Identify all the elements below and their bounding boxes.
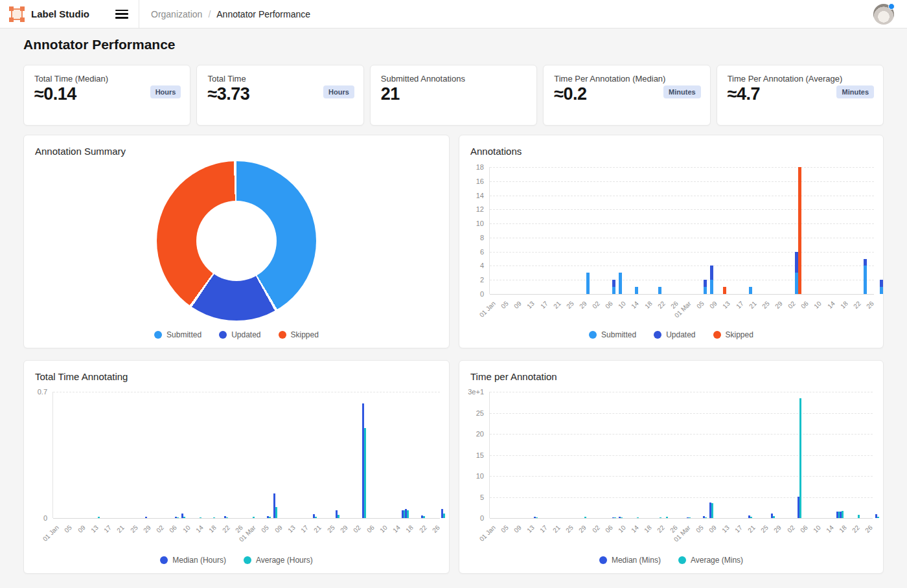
bar-average[interactable] [705,517,707,518]
bar-average[interactable] [637,517,639,518]
legend-item-median-hours-[interactable]: Median (Hours) [160,556,226,565]
x-axis-label: 17 [102,524,113,534]
donut-chart[interactable] [157,161,316,321]
x-axis-label: 25 [761,300,771,310]
x-axis-label: 05 [499,300,510,310]
kpi-label: Time Per Annotation (Average) [728,74,873,84]
menu-button[interactable] [115,10,128,19]
y-axis-label: 3e+1 [462,388,484,396]
x-axis-label: 13 [525,524,536,534]
bar-skipped[interactable] [723,287,726,294]
kpi-card: Total Time≈3.73Hours [196,65,363,126]
bar-submitted[interactable] [635,287,638,294]
bar-submitted[interactable] [619,273,622,294]
x-axis-label: 05 [695,524,705,534]
kpi-label: Total Time (Median) [34,74,179,84]
bar-average[interactable] [750,517,752,518]
gridline [490,167,874,168]
y-axis-label: 16 [462,177,484,185]
legend-item-skipped[interactable]: Skipped [279,330,319,339]
bar-average[interactable] [799,398,801,518]
x-axis-label: 21 [115,524,126,534]
legend-item-submitted[interactable]: Submitted [154,330,201,339]
bar-average[interactable] [177,517,179,518]
legend-label: Median (Hours) [172,556,226,565]
bar-average[interactable] [338,515,339,518]
legend-item-submitted[interactable]: Submitted [589,330,636,339]
bar-average[interactable] [443,514,445,518]
bar-average[interactable] [423,516,425,518]
breadcrumb-organization-link[interactable]: Organization [151,9,202,19]
bar-average[interactable] [584,517,586,518]
bar-submitted[interactable] [658,287,661,294]
bar-average[interactable] [842,511,844,518]
bar-updated[interactable] [864,259,867,266]
app-logo-link[interactable]: Label Studio [9,6,89,22]
x-axis-label: 10 [812,524,822,534]
x-axis-label: 06 [365,524,376,534]
bar-average[interactable] [666,517,668,518]
legend-item-updated[interactable]: Updated [219,330,260,339]
app-title: Label Studio [31,8,89,19]
bar-average[interactable] [253,517,255,518]
x-axis-label: 02 [591,524,601,534]
bar-average[interactable] [183,517,185,518]
bar-average[interactable] [407,510,409,519]
y-axis-label: 0.7 [25,388,47,396]
bar-average[interactable] [98,517,100,518]
bar-average[interactable] [315,517,317,518]
bar-average[interactable] [200,517,201,518]
y-axis-label: 8 [462,234,484,242]
bar-average[interactable] [269,517,271,518]
x-axis-label: 05 [499,524,510,534]
bar-average[interactable] [877,517,879,518]
bar-submitted[interactable] [880,287,883,294]
bar-skipped[interactable] [798,167,801,294]
x-axis-label: 18 [207,524,218,534]
user-avatar[interactable] [873,4,894,25]
legend-item-average-hours-[interactable]: Average (Hours) [244,556,313,565]
x-axis-label: 25 [129,524,139,534]
x-axis-label: 17 [539,300,549,310]
legend-item-median-mins-[interactable]: Median (Mins) [599,556,661,565]
bar-submitted[interactable] [612,287,615,294]
legend-item-skipped[interactable]: Skipped [713,330,753,339]
bar-average[interactable] [689,517,691,518]
bar-average[interactable] [621,517,623,518]
x-axis-label: 09 [512,524,523,534]
legend-item-updated[interactable]: Updated [654,330,695,339]
x-axis-label: 02 [591,300,601,310]
bar-submitted[interactable] [704,287,707,294]
gridline [490,252,874,253]
bar-average[interactable] [711,503,713,518]
bar-submitted[interactable] [586,273,590,294]
bar-average[interactable] [213,517,215,518]
legend-label: Updated [231,330,260,339]
bar-submitted[interactable] [749,287,752,294]
bar-average[interactable] [660,517,661,518]
bar-average[interactable] [858,515,860,518]
bar-updated[interactable] [710,266,713,280]
bar-average[interactable] [614,517,616,518]
bar-average[interactable] [275,507,277,518]
bar-average[interactable] [536,517,538,518]
bar-submitted[interactable] [864,266,867,294]
bar-median[interactable] [145,517,147,518]
x-axis-label: 18 [838,524,848,534]
chart-legend: SubmittedUpdatedSkipped [459,330,883,339]
page-title: Annotator Performance [23,37,176,52]
bar-average[interactable] [226,517,228,518]
bar-updated[interactable] [704,280,707,287]
bar-updated[interactable] [612,280,615,287]
legend-item-average-mins-[interactable]: Average (Mins) [678,556,743,565]
bar-average[interactable] [364,428,366,518]
bar-updated[interactable] [880,280,883,287]
legend-label: Skipped [726,330,753,339]
label-studio-logo-icon [9,6,25,22]
y-axis-label: 0 [25,514,47,522]
gridline [53,392,440,392]
bar-submitted[interactable] [710,280,713,294]
bar-average[interactable] [773,516,775,518]
time-per-annotation-card: Time per Annotation 3e+1252015105001 Jan… [459,360,884,574]
legend-label: Median (Mins) [612,556,661,565]
